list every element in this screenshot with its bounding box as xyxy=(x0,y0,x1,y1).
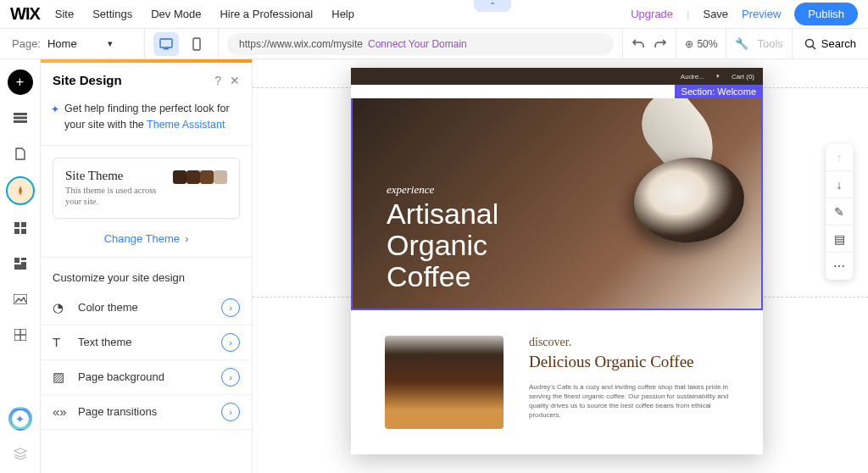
text-icon: T xyxy=(53,335,68,349)
desktop-view-button[interactable] xyxy=(153,32,179,56)
wrench-icon: 🔧 xyxy=(735,37,748,50)
more-icon[interactable]: ⋯ xyxy=(826,253,853,280)
discover-title: Delicious Organic Coffee xyxy=(529,353,729,372)
undo-icon[interactable] xyxy=(632,37,645,51)
redo-icon[interactable] xyxy=(654,37,667,51)
svg-rect-13 xyxy=(21,258,26,260)
wix-logo[interactable]: WIX xyxy=(10,4,40,24)
discover-body: Audrey's Cafe is a cozy and inviting cof… xyxy=(529,382,729,420)
pages-icon[interactable] xyxy=(8,141,33,166)
panel-title: Site Design xyxy=(53,73,206,87)
edit-icon[interactable]: ✎ xyxy=(826,198,853,225)
menu-devmode[interactable]: Dev Mode xyxy=(151,8,201,20)
help-icon[interactable]: ? xyxy=(214,74,221,87)
save-button[interactable]: Save xyxy=(703,8,728,20)
svg-rect-15 xyxy=(14,264,26,270)
svg-rect-0 xyxy=(160,39,172,47)
hero-section[interactable]: experience Artisanal Organic Coffee xyxy=(351,98,763,310)
chevron-right-icon: › xyxy=(185,232,188,245)
text-theme-row[interactable]: T Text theme › xyxy=(41,326,252,360)
hero-title: Artisanal Organic Coffee xyxy=(387,198,498,292)
collapse-handle[interactable]: ⌃ xyxy=(474,0,511,12)
zoom-control[interactable]: ⊕ 50% xyxy=(676,38,726,50)
publish-button[interactable]: Publish xyxy=(794,3,858,25)
svg-rect-11 xyxy=(21,229,26,234)
svg-rect-2 xyxy=(193,38,200,50)
zoom-value: 50% xyxy=(697,38,717,50)
mobile-view-button[interactable] xyxy=(184,32,209,56)
theme-card[interactable]: Site Theme This theme is used across you… xyxy=(53,158,240,219)
sparkle-icon: ✦ xyxy=(51,102,59,117)
page-label: Page: xyxy=(12,37,41,50)
close-icon[interactable]: ✕ xyxy=(230,74,240,87)
page-selector[interactable]: Page: Home ▾ xyxy=(0,37,144,50)
layout-icon[interactable] xyxy=(8,251,33,276)
svg-point-3 xyxy=(805,39,813,47)
theme-swatches xyxy=(173,170,227,184)
upgrade-link[interactable]: Upgrade xyxy=(631,8,673,20)
search-icon xyxy=(804,38,816,50)
svg-rect-12 xyxy=(14,258,19,263)
background-icon: ▨ xyxy=(53,370,68,385)
svg-rect-6 xyxy=(14,117,27,120)
move-down-icon[interactable]: ↓ xyxy=(826,171,853,198)
menu-help[interactable]: Help xyxy=(331,8,354,20)
hero-subtitle: experience xyxy=(387,183,498,197)
chevron-right-icon: › xyxy=(221,368,240,387)
color-theme-row[interactable]: ◔ Color theme › xyxy=(41,291,252,326)
site-design-button[interactable] xyxy=(6,176,35,205)
apps-icon[interactable] xyxy=(8,215,33,241)
url-bar[interactable]: https://www.wix.com/mysite Connect Your … xyxy=(227,33,614,55)
section-tag: Section: Welcome xyxy=(675,85,763,98)
search-button[interactable]: Search xyxy=(793,37,868,50)
url-text: https://www.wix.com/mysite xyxy=(239,38,363,50)
customize-heading: Customize your site design xyxy=(41,258,252,291)
espresso-image xyxy=(385,336,504,429)
theme-title: Site Theme xyxy=(65,169,164,183)
tools-button[interactable]: 🔧 Tools xyxy=(726,37,791,50)
sections-icon[interactable] xyxy=(8,105,33,131)
chevron-right-icon: › xyxy=(221,333,240,352)
chevron-right-icon: › xyxy=(221,403,240,421)
svg-rect-14 xyxy=(21,262,26,264)
help-box: ✦ Get help finding the perfect look for … xyxy=(41,96,252,146)
chevron-right-icon: › xyxy=(221,298,240,317)
theme-subtitle: This theme is used across your site. xyxy=(65,185,164,208)
discover-section[interactable]: discover. Delicious Organic Coffee Audre… xyxy=(351,310,763,454)
svg-rect-10 xyxy=(14,229,19,234)
media-icon[interactable] xyxy=(8,287,33,312)
site-preview[interactable]: Audre... ▾ Cart (0) Section: Welcome exp… xyxy=(351,68,763,454)
zoom-plus-icon: ⊕ xyxy=(685,38,693,50)
theme-assistant-link[interactable]: Theme Assistant xyxy=(147,119,225,131)
page-transitions-row[interactable]: «» Page transitions › xyxy=(41,395,252,430)
preview-button[interactable]: Preview xyxy=(742,8,781,20)
svg-line-4 xyxy=(812,46,815,49)
page-name: Home xyxy=(47,37,77,50)
svg-rect-5 xyxy=(14,113,27,115)
layers-icon[interactable] xyxy=(8,441,33,466)
page-background-row[interactable]: ▨ Page background › xyxy=(41,360,252,395)
chevron-down-icon: ▾ xyxy=(108,38,113,49)
drop-icon: ◔ xyxy=(53,300,68,315)
layout-icon[interactable]: ▤ xyxy=(826,225,853,253)
ai-assistant-button[interactable]: ✦ xyxy=(8,407,32,431)
svg-rect-7 xyxy=(14,120,27,123)
svg-rect-9 xyxy=(21,222,26,227)
menu-settings[interactable]: Settings xyxy=(92,8,132,20)
svg-rect-1 xyxy=(164,48,169,49)
move-up-icon[interactable]: ↑ xyxy=(826,144,853,171)
change-theme-link[interactable]: Change Theme › xyxy=(41,231,252,258)
content-icon[interactable] xyxy=(8,322,33,348)
menu-hire[interactable]: Hire a Professional xyxy=(220,8,313,20)
section-tools: ↑ ↓ ✎ ▤ ⋯ xyxy=(826,144,853,280)
connect-domain-link[interactable]: Connect Your Domain xyxy=(368,38,467,50)
discover-label: discover. xyxy=(529,336,729,349)
svg-rect-8 xyxy=(14,222,19,227)
menu-site[interactable]: Site xyxy=(55,8,74,20)
add-element-button[interactable]: + xyxy=(8,70,33,95)
site-header: Audre... ▾ Cart (0) xyxy=(351,68,763,85)
transitions-icon: «» xyxy=(53,404,68,419)
